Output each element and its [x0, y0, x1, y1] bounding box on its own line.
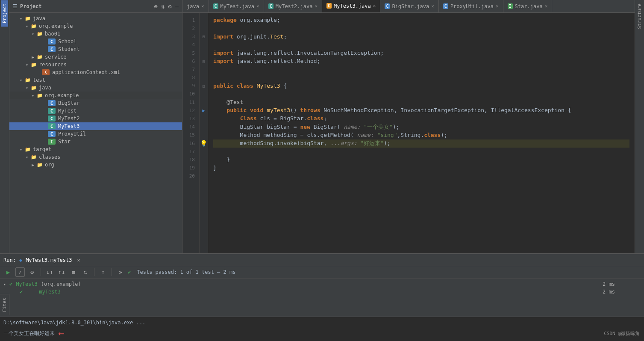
- fites-side-tab[interactable]: Fites: [1, 294, 8, 315]
- run-tab[interactable]: Run:: [3, 257, 16, 263]
- run-name-label[interactable]: MyTest3.myTest3: [26, 257, 72, 263]
- minimize-icon[interactable]: —: [175, 3, 179, 10]
- folder-icon-org: 📁: [36, 162, 44, 168]
- tab-label-java: java: [187, 3, 199, 9]
- tree-item-bao01[interactable]: ▾ 📁 bao01: [9, 30, 182, 38]
- code-line-9: public class MyTest3 {: [213, 82, 629, 90]
- tree-item-school[interactable]: C School: [9, 38, 182, 45]
- status-check-icon: ✔: [128, 269, 131, 275]
- tab-icon-mytest: C: [213, 3, 218, 9]
- fold-arrow-3[interactable]: ⊟: [202, 34, 205, 39]
- run-icon-12[interactable]: ▶: [202, 108, 205, 113]
- code-editor[interactable]: 1 2 3 4 5 6 7 8 9 10 11 12 13 14 15 16 1…: [182, 13, 635, 253]
- tab-close-bigstar[interactable]: ✕: [431, 3, 434, 9]
- folder-icon-service: 📁: [36, 54, 44, 60]
- sidebar-header: ☰ Project ⊕ ⇅ ⚙ —: [9, 0, 182, 13]
- editor-area: java ✕ C MyTest.java ✕ C MyTest2.java ✕ …: [182, 0, 635, 253]
- tree-item-star[interactable]: I Star: [9, 138, 182, 145]
- tree-item-bigstar[interactable]: C BigStar: [9, 99, 182, 107]
- forward-button[interactable]: »: [116, 267, 125, 277]
- tab-java[interactable]: java ✕: [182, 0, 209, 12]
- folder-icon-org-example-test: 📁: [36, 92, 44, 98]
- bottom-left-side-tab: Fites: [0, 294, 9, 315]
- tree-item-mytest2[interactable]: C MyTest2: [9, 115, 182, 122]
- tree-label-mytest2: MyTest2: [58, 116, 80, 122]
- sort-asc-button[interactable]: ↓↑: [45, 267, 54, 277]
- expand-class-icon[interactable]: ▾: [3, 282, 6, 287]
- tab-close-mytest3[interactable]: ✕: [373, 3, 376, 9]
- line-num-8: 8: [182, 74, 197, 82]
- class-icon-mytest2: C: [48, 116, 56, 122]
- bulb-icon-16[interactable]: 💡: [200, 140, 207, 147]
- tree-item-proxyutil[interactable]: C ProxyUtil: [9, 130, 182, 138]
- play-button[interactable]: ▶: [3, 267, 13, 277]
- tab-close-star[interactable]: ✕: [545, 3, 548, 9]
- check-method-icon: ✔: [20, 289, 23, 295]
- tree-item-mytest[interactable]: C MyTest: [9, 107, 182, 115]
- gutter-19: [200, 164, 207, 172]
- run-item-method[interactable]: ✔ myTest3 2 ms: [3, 288, 641, 296]
- stop-button[interactable]: ⊘: [27, 267, 37, 277]
- tree-item-test-java[interactable]: ▾ 📁 java: [9, 84, 182, 92]
- sidebar-toolbar: ⊕ ⇅ ⚙ —: [154, 3, 179, 10]
- code-line-10: [213, 90, 629, 98]
- tree-item-service[interactable]: ▶ 📁 service: [9, 53, 182, 61]
- tree-item-classes[interactable]: ▾ 📁 classes: [9, 153, 182, 161]
- tree-item-appctx[interactable]: X applicationContext.xml: [9, 68, 182, 76]
- tab-mytest[interactable]: C MyTest.java ✕: [209, 0, 264, 12]
- class-icon-school: C: [48, 39, 56, 44]
- tab-proxyutil[interactable]: C ProxyUtil.java ✕: [439, 0, 503, 12]
- fold-arrow-6[interactable]: ⊟: [202, 59, 205, 64]
- line-numbers: 1 2 3 4 5 6 7 8 9 10 11 12 13 14 15 16 1…: [182, 13, 200, 253]
- run-item-class[interactable]: ▾ ✔ MyTest3 (org.example) 2 ms: [3, 280, 641, 288]
- tree-item-java[interactable]: ▾ 📁 java: [9, 15, 182, 22]
- tree-item-mytest3[interactable]: C MyTest3: [9, 122, 182, 130]
- code-line-15: Method methodSing = cls.getMethod( name:…: [213, 131, 629, 139]
- gutter-10: [200, 90, 207, 98]
- line-num-17: 17: [182, 148, 197, 156]
- sync-icon[interactable]: ⊕: [154, 3, 157, 10]
- tree-item-org[interactable]: ▶ 📁 org: [9, 161, 182, 169]
- tab-close-mytest[interactable]: ✕: [256, 3, 259, 9]
- class-icon-student: C: [48, 46, 56, 52]
- line-num-1: 1: [182, 16, 197, 24]
- tree-label-appctx: applicationContext.xml: [52, 69, 120, 75]
- filter2-button[interactable]: ⇅: [81, 267, 90, 277]
- tree-item-target[interactable]: ▾ 📁 target: [9, 145, 182, 153]
- tab-mytest2[interactable]: C MyTest2.java ✕: [264, 0, 322, 12]
- collapse-icon[interactable]: ⇅: [161, 3, 165, 10]
- toolbar-separator-2: [94, 268, 94, 276]
- tree-arrow-test-java: ▾: [24, 86, 30, 90]
- code-content[interactable]: package org.example; import org.junit.Te…: [208, 13, 635, 253]
- structure-side-tab[interactable]: Structure: [636, 0, 643, 33]
- code-line-19: }: [213, 164, 629, 172]
- tab-close-java[interactable]: ✕: [201, 3, 204, 9]
- tab-star[interactable]: I Star.java ✕: [503, 0, 553, 12]
- tab-label-mytest2: MyTest2.java: [276, 3, 313, 9]
- tree-item-test[interactable]: ▾ 📁 test: [9, 76, 182, 84]
- run-package: (org.example): [41, 281, 81, 287]
- check-button[interactable]: ✓: [15, 267, 25, 277]
- up-button[interactable]: ↑: [98, 267, 108, 277]
- folder-icon-test-java: 📁: [30, 85, 38, 91]
- fold-arrow-9[interactable]: ⊟: [202, 84, 205, 89]
- tree-item-resources[interactable]: ▾ 📁 resources: [9, 61, 182, 68]
- project-side-tab[interactable]: Project: [1, 0, 8, 27]
- settings-icon[interactable]: ⚙: [168, 3, 171, 10]
- tree-item-student[interactable]: C Student: [9, 45, 182, 53]
- tab-bigstar[interactable]: C BigStar.java ✕: [380, 0, 438, 12]
- sort-desc-button[interactable]: ↑↓: [57, 267, 66, 277]
- tab-close-proxyutil[interactable]: ✕: [496, 3, 499, 9]
- tab-close-mytest2[interactable]: ✕: [315, 3, 318, 9]
- filter1-button[interactable]: ≡: [69, 267, 78, 277]
- tab-mytest3[interactable]: C MyTest3.java ✕: [322, 0, 380, 12]
- tree-item-org-example-test[interactable]: ▾ 📁 org.example: [9, 92, 182, 99]
- tree-label-proxyutil: ProxyUtil: [58, 131, 86, 137]
- bottom-panel: Run: ◆ MyTest3.myTest3 ✕ ▶ ✓ ⊘ ↓↑ ↑↓ ≡ ⇅…: [0, 253, 644, 317]
- line-num-10: 10: [182, 90, 197, 98]
- tree-item-org-example-main[interactable]: ▾ 📁 org.example: [9, 22, 182, 30]
- tab-icon-proxyutil: C: [443, 3, 448, 9]
- run-output-path: D:\software\Java\jdk1.8.0_301\bin\java.e…: [3, 319, 641, 326]
- line-num-15: 15: [182, 131, 197, 139]
- run-close-btn[interactable]: ✕: [77, 257, 80, 263]
